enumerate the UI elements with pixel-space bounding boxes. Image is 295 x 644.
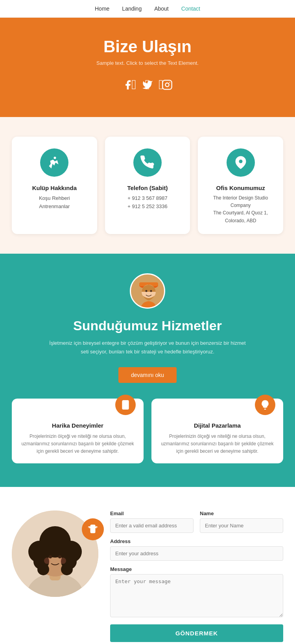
person-avatar-svg xyxy=(131,274,165,309)
message-label: Message xyxy=(110,566,283,572)
card-club-line2: Antrenmanlar xyxy=(20,203,89,211)
contact-right: Email Name Address Message GÖNDERMEK Ten… xyxy=(110,510,283,644)
cards-row: Kulüp Hakkında Koşu Rehberi Antrenmanlar… xyxy=(12,137,283,234)
nav-landing[interactable]: Landing xyxy=(122,5,142,12)
contact-cards-section: Kulüp Hakkında Koşu Rehberi Antrenmanlar… xyxy=(0,117,295,254)
phone-icon-circle xyxy=(133,148,162,177)
name-input[interactable] xyxy=(200,518,283,533)
instagram-icon-svg[interactable] xyxy=(162,79,173,93)
services-subtitle: İşletmeniz için bireysel entegre bir çöz… xyxy=(49,339,246,356)
svg-point-24 xyxy=(58,555,61,558)
location-icon xyxy=(234,156,248,170)
card-club-line1: Koşu Rehberi xyxy=(20,194,89,203)
service-card-2-desc: Projelerinizin ölçeği ve niteliği ne olu… xyxy=(159,433,275,456)
service-card-1: Harika Deneyimler Projelerinizin ölçeği … xyxy=(12,399,144,463)
address-label: Address xyxy=(110,538,283,544)
contact-inner: Email Name Address Message GÖNDERMEK Ten… xyxy=(12,510,283,644)
runner-icon xyxy=(47,156,61,170)
read-more-button[interactable]: devamını oku xyxy=(118,367,177,383)
email-label: Email xyxy=(110,510,194,516)
svg-point-3 xyxy=(239,160,242,163)
mobile-icon xyxy=(120,400,131,410)
card-club-title: Kulüp Hakkında xyxy=(20,185,89,191)
email-group: Email xyxy=(110,510,194,533)
address-group: Address xyxy=(110,538,283,561)
bulb-icon-badge xyxy=(255,395,275,415)
svg-point-9 xyxy=(150,290,152,292)
card-phone-line1: + 912 3 567 8987 xyxy=(113,194,183,203)
svg-point-8 xyxy=(146,290,148,292)
contact-form-section: Email Name Address Message GÖNDERMEK Ten… xyxy=(0,487,295,644)
navbar: Home Landing About Contact xyxy=(0,0,295,18)
svg-point-2 xyxy=(54,157,56,159)
card-phone-title: Telefon (Sabit) xyxy=(113,185,183,191)
name-group: Name xyxy=(200,510,283,533)
svg-point-23 xyxy=(49,555,52,558)
service-card-2: Dijital Pazarlama Projelerinizin ölçeği … xyxy=(151,399,283,463)
services-title: Sunduğumuz Hizmetler xyxy=(12,318,283,333)
location-icon-circle xyxy=(227,148,255,177)
service-card-1-desc: Projelerinizin ölçeği ve niteliği ne olu… xyxy=(20,433,136,456)
contact-left xyxy=(12,510,98,598)
nav-about[interactable]: About xyxy=(154,5,169,12)
svg-rect-27 xyxy=(91,525,95,533)
twitter-icon-svg[interactable] xyxy=(142,79,153,93)
svg-point-26 xyxy=(60,558,66,564)
hero-subtitle: Sample text. Click to select the Text El… xyxy=(8,60,287,66)
form-row-email-name: Email Name xyxy=(110,510,283,533)
mobile-icon-badge xyxy=(115,395,136,415)
svg-point-25 xyxy=(44,558,50,564)
svg-rect-0 xyxy=(162,80,171,89)
phone-badge xyxy=(82,518,104,540)
runner-icon-circle xyxy=(40,148,68,177)
email-input[interactable] xyxy=(110,518,194,533)
service-cards-row: Harika Deneyimler Projelerinizin ölçeği … xyxy=(12,399,283,463)
hero-title: Bize Ulaşın xyxy=(8,37,287,56)
hero-section: Bize Ulaşın Sample text. Click to select… xyxy=(0,18,295,117)
message-group: Message xyxy=(110,566,283,617)
services-section: Sunduğumuz Hizmetler İşletmeniz için bir… xyxy=(0,254,295,487)
card-phone-line2: + 912 5 252 3336 xyxy=(113,203,183,211)
card-phone: Telefon (Sabit) + 912 3 567 8987 + 912 5… xyxy=(105,137,190,234)
card-location-text: The Interior Design Studio Company The C… xyxy=(206,194,275,225)
address-input[interactable] xyxy=(110,546,283,561)
card-location-title: Ofis Konumumuz xyxy=(206,185,275,191)
submit-button[interactable]: GÖNDERMEK xyxy=(110,624,283,642)
phone-icon xyxy=(140,156,155,170)
service-card-1-title: Harika Deneyimler xyxy=(20,422,136,429)
bulb-icon xyxy=(260,400,270,410)
nav-contact[interactable]: Contact xyxy=(181,5,200,12)
svg-point-22 xyxy=(61,564,73,575)
svg-point-21 xyxy=(37,564,49,575)
name-label: Name xyxy=(200,510,283,516)
phone-badge-icon xyxy=(88,524,98,534)
card-location: Ofis Konumumuz The Interior Design Studi… xyxy=(198,137,283,234)
nav-home[interactable]: Home xyxy=(95,5,109,12)
service-card-2-title: Dijital Pazarlama xyxy=(159,422,275,429)
services-avatar xyxy=(130,273,165,309)
message-textarea[interactable] xyxy=(110,574,283,617)
card-club: Kulüp Hakkında Koşu Rehberi Antrenmanlar xyxy=(12,137,97,234)
facebook-icon-svg[interactable] xyxy=(122,79,133,93)
